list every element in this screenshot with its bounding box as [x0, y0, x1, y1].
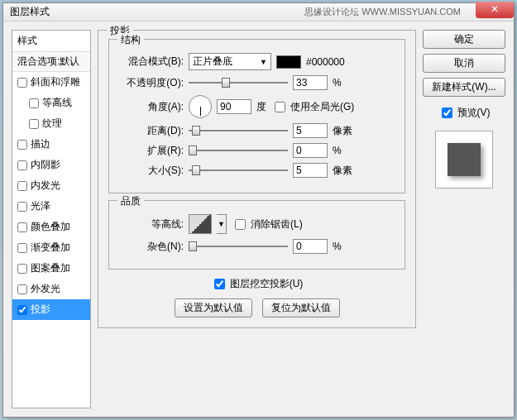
set-default-button[interactable]: 设置为默认值 — [175, 298, 252, 317]
watermark: 思缘设计论坛 WWW.MISSYUAN.COM — [304, 6, 461, 18]
spread-slider[interactable] — [189, 144, 288, 157]
sidebar-item-label: 内发光 — [31, 179, 60, 193]
sidebar-item-投影[interactable]: 投影 — [12, 299, 90, 320]
styles-sidebar: 样式 混合选项:默认 斜面和浮雕等高线纹理描边内阴影内发光光泽颜色叠加渐变叠加图… — [12, 30, 91, 408]
antialias-checkbox[interactable]: 消除锯齿(L) — [232, 217, 303, 232]
angle-dial[interactable] — [189, 95, 212, 118]
style-toggle[interactable] — [17, 202, 27, 212]
sidebar-item-label: 等高线 — [42, 96, 72, 110]
noise-input[interactable]: 0 — [293, 239, 328, 254]
sidebar-item-内阴影[interactable]: 内阴影 — [12, 155, 90, 175]
style-toggle[interactable] — [17, 78, 27, 88]
angle-input[interactable]: 90 — [217, 99, 251, 114]
size-unit: 像素 — [333, 164, 352, 178]
style-toggle[interactable] — [17, 222, 27, 232]
knockout-checkbox[interactable]: 图层挖空投影(U) — [211, 276, 304, 292]
style-toggle[interactable] — [17, 243, 27, 253]
distance-unit: 像素 — [333, 124, 352, 138]
sidebar-item-label: 图案叠加 — [31, 261, 70, 275]
structure-group: 结构 混合模式(B): 正片叠底 ▼ #000000 不透明度(O): 33 — [108, 39, 405, 193]
sidebar-blend-options[interactable]: 混合选项:默认 — [12, 52, 90, 72]
opacity-label: 不透明度(O): — [119, 76, 184, 90]
global-light-checkbox[interactable]: 使用全局光(G) — [271, 99, 354, 115]
angle-unit: 度 — [256, 100, 266, 114]
style-toggle[interactable] — [17, 284, 27, 294]
preview-swatch — [448, 143, 481, 176]
noise-slider[interactable] — [189, 240, 288, 253]
preview-checkbox[interactable]: 预览(V) — [423, 105, 505, 121]
contour-dropdown[interactable]: ▼ — [217, 214, 227, 234]
sidebar-item-外发光[interactable]: 外发光 — [12, 279, 90, 299]
sidebar-item-内发光[interactable]: 内发光 — [12, 175, 90, 196]
layer-style-dialog: 图层样式 思缘设计论坛 WWW.MISSYUAN.COM ✕ 样式 混合选项:默… — [2, 2, 515, 418]
sidebar-item-label: 内阴影 — [31, 158, 60, 172]
close-button[interactable]: ✕ — [476, 2, 514, 18]
preview-box — [435, 131, 493, 189]
chevron-down-icon: ▼ — [260, 58, 267, 66]
style-toggle[interactable] — [29, 98, 39, 108]
opacity-slider[interactable] — [189, 76, 288, 89]
panel-group: 投影 结构 混合模式(B): 正片叠底 ▼ #000000 不透明度(O): — [98, 30, 416, 328]
spread-unit: % — [333, 145, 342, 156]
sidebar-item-label: 光泽 — [31, 199, 50, 213]
sidebar-item-斜面和浮雕[interactable]: 斜面和浮雕 — [12, 72, 90, 93]
angle-label: 角度(A): — [119, 100, 184, 114]
sidebar-item-纹理[interactable]: 纹理 — [12, 113, 90, 134]
sidebar-item-label: 描边 — [31, 137, 50, 151]
style-toggle[interactable] — [29, 119, 39, 129]
style-toggle[interactable] — [17, 181, 27, 191]
reset-default-button[interactable]: 复位为默认值 — [262, 298, 340, 317]
sidebar-item-label: 渐变叠加 — [31, 241, 70, 255]
noise-unit: % — [333, 241, 342, 252]
blend-mode-select[interactable]: 正片叠底 ▼ — [189, 53, 271, 70]
cancel-button[interactable]: 取消 — [423, 54, 505, 73]
quality-group: 品质 等高线: ▼ 消除锯齿(L) 杂色(N): 0 % — [108, 200, 405, 270]
new-style-button[interactable]: 新建样式(W)... — [423, 78, 505, 97]
size-input[interactable]: 5 — [293, 163, 328, 178]
size-label: 大小(S): — [119, 164, 184, 178]
sidebar-item-label: 斜面和浮雕 — [31, 75, 80, 89]
right-column: 确定 取消 新建样式(W)... 预览(V) — [423, 30, 505, 408]
structure-title: 结构 — [117, 33, 144, 47]
style-toggle[interactable] — [17, 160, 27, 170]
quality-title: 品质 — [117, 194, 144, 208]
spread-input[interactable]: 0 — [293, 143, 328, 158]
window-title: 图层样式 — [7, 5, 304, 19]
blend-mode-value: 正片叠底 — [193, 55, 232, 69]
sidebar-item-等高线[interactable]: 等高线 — [12, 93, 90, 113]
distance-slider[interactable] — [189, 124, 288, 137]
sidebar-item-label: 外发光 — [31, 282, 60, 296]
sidebar-item-label: 颜色叠加 — [31, 220, 70, 234]
shadow-color-swatch[interactable] — [276, 55, 301, 69]
blend-label: 混合模式(B): — [119, 55, 184, 69]
sidebar-item-颜色叠加[interactable]: 颜色叠加 — [12, 217, 90, 237]
style-toggle[interactable] — [17, 305, 27, 315]
main-panel: 投影 结构 混合模式(B): 正片叠底 ▼ #000000 不透明度(O): — [98, 30, 416, 408]
style-toggle[interactable] — [17, 140, 27, 150]
opacity-unit: % — [333, 77, 342, 88]
style-toggle[interactable] — [17, 264, 27, 274]
sidebar-item-光泽[interactable]: 光泽 — [12, 196, 90, 217]
sidebar-item-图案叠加[interactable]: 图案叠加 — [12, 258, 90, 279]
spread-label: 扩展(R): — [119, 144, 184, 158]
noise-label: 杂色(N): — [119, 240, 184, 254]
sidebar-header[interactable]: 样式 — [12, 31, 90, 52]
opacity-input[interactable]: 33 — [293, 75, 328, 90]
sidebar-item-label: 投影 — [31, 303, 50, 317]
color-hex: #000000 — [306, 56, 345, 68]
ok-button[interactable]: 确定 — [423, 30, 505, 49]
size-slider[interactable] — [189, 164, 288, 177]
sidebar-item-描边[interactable]: 描边 — [12, 134, 90, 155]
sidebar-item-渐变叠加[interactable]: 渐变叠加 — [12, 237, 90, 258]
contour-label: 等高线: — [119, 217, 184, 231]
distance-input[interactable]: 5 — [293, 123, 328, 138]
sidebar-item-label: 纹理 — [42, 117, 62, 131]
titlebar[interactable]: 图层样式 思缘设计论坛 WWW.MISSYUAN.COM ✕ — [3, 3, 514, 21]
distance-label: 距离(D): — [119, 124, 184, 138]
contour-picker[interactable] — [189, 214, 212, 234]
